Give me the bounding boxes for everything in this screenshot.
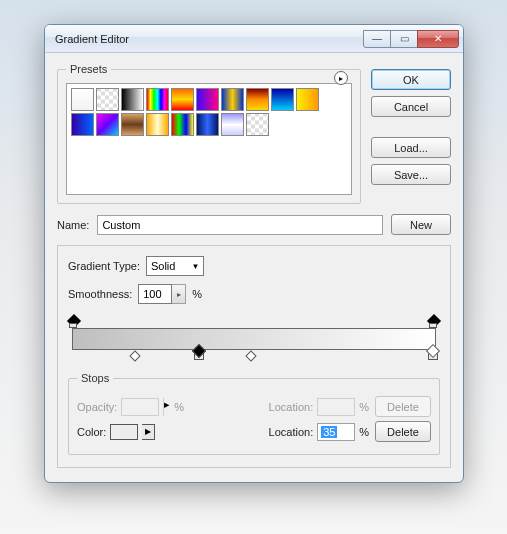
smoothness-label: Smoothness:: [68, 288, 132, 300]
gradient-editor-window: Gradient Editor — ▭ ✕ Presets ▸ OK Cance…: [44, 24, 464, 483]
gradient-settings: Gradient Type: Solid▼ Smoothness: 100 ▸ …: [57, 245, 451, 468]
preset-swatch[interactable]: [196, 113, 219, 136]
preset-swatch[interactable]: [246, 88, 269, 111]
chevron-right-icon[interactable]: ▸: [172, 284, 186, 304]
window-title: Gradient Editor: [55, 33, 364, 45]
op-location-input: [317, 398, 355, 416]
preset-swatch[interactable]: [171, 88, 194, 111]
delete-color-stop-button[interactable]: Delete: [375, 421, 431, 442]
preset-swatch[interactable]: [246, 113, 269, 136]
opacity-input: [121, 398, 159, 416]
gradient-type-label: Gradient Type:: [68, 260, 140, 272]
opacity-label: Opacity:: [77, 401, 117, 413]
ok-button[interactable]: OK: [371, 69, 451, 90]
gradient-ramp[interactable]: [68, 316, 440, 368]
preset-swatch[interactable]: [171, 113, 194, 136]
new-button[interactable]: New: [391, 214, 451, 235]
midpoint-marker[interactable]: [245, 350, 256, 361]
gradient-bar[interactable]: [72, 328, 436, 350]
opacity-stop[interactable]: [428, 315, 440, 327]
close-button[interactable]: ✕: [417, 30, 459, 48]
minimize-button[interactable]: —: [363, 30, 391, 48]
stops-legend: Stops: [77, 372, 113, 384]
stops-fieldset: Stops Opacity: ▸ % Location: % Delete: [68, 372, 440, 455]
preset-swatch[interactable]: [121, 88, 144, 111]
presets-list[interactable]: [66, 83, 352, 195]
save-button[interactable]: Save...: [371, 164, 451, 185]
preset-swatch[interactable]: [221, 88, 244, 111]
color-stop[interactable]: [428, 350, 440, 364]
presets-fieldset: Presets ▸: [57, 63, 361, 204]
delete-opacity-stop-button: Delete: [375, 396, 431, 417]
color-label: Color:: [77, 426, 106, 438]
op-location-label: Location:: [269, 401, 314, 413]
preset-swatch[interactable]: [96, 113, 119, 136]
name-input[interactable]: Custom: [97, 215, 383, 235]
gradient-type-select[interactable]: Solid▼: [146, 256, 204, 276]
cancel-button[interactable]: Cancel: [371, 96, 451, 117]
titlebar[interactable]: Gradient Editor — ▭ ✕: [45, 25, 463, 53]
preset-swatch[interactable]: [146, 113, 169, 136]
preset-swatch[interactable]: [96, 88, 119, 111]
preset-swatch[interactable]: [146, 88, 169, 111]
chevron-down-icon: ▼: [191, 262, 199, 271]
presets-menu-icon[interactable]: ▸: [334, 71, 348, 85]
load-button[interactable]: Load...: [371, 137, 451, 158]
presets-legend: Presets: [66, 63, 111, 75]
name-label: Name:: [57, 219, 89, 231]
col-location-input[interactable]: 35: [317, 423, 355, 441]
chevron-right-icon: ▸: [163, 398, 170, 416]
color-swatch[interactable]: [110, 424, 138, 440]
preset-swatch[interactable]: [296, 88, 319, 111]
maximize-button[interactable]: ▭: [390, 30, 418, 48]
preset-swatch[interactable]: [271, 88, 294, 111]
preset-swatch[interactable]: [71, 88, 94, 111]
color-stop[interactable]: [194, 350, 206, 364]
midpoint-marker[interactable]: [130, 350, 141, 361]
col-location-label: Location:: [269, 426, 314, 438]
preset-swatch[interactable]: [71, 113, 94, 136]
preset-swatch[interactable]: [221, 113, 244, 136]
preset-swatch[interactable]: [121, 113, 144, 136]
color-picker-icon[interactable]: ▶: [142, 424, 155, 440]
opacity-stop[interactable]: [68, 315, 80, 327]
preset-swatch[interactable]: [196, 88, 219, 111]
smoothness-input[interactable]: 100 ▸: [138, 284, 186, 304]
